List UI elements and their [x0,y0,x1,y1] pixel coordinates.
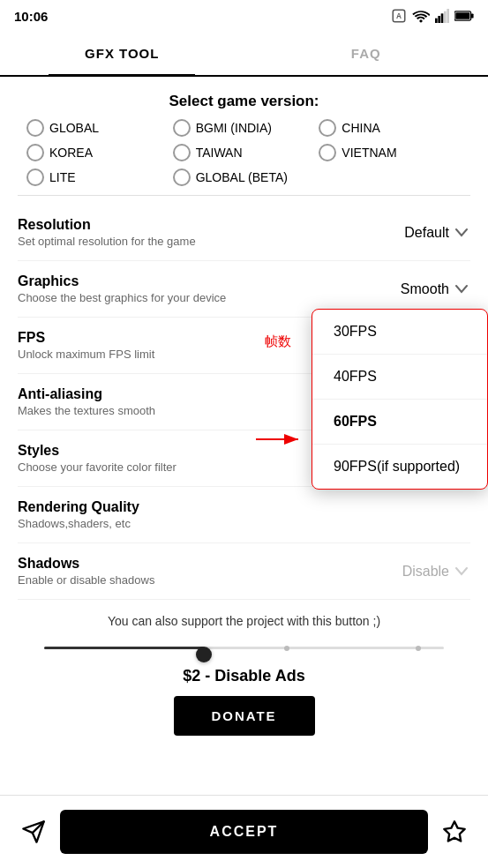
svg-marker-14 [444,821,464,841]
svg-rect-9 [455,12,469,19]
svg-rect-2 [435,19,438,23]
radio-bgmi [173,119,191,137]
radio-global [26,119,44,137]
svg-rect-4 [441,13,444,23]
status-bar: 10:06 A [0,0,488,32]
version-lite[interactable]: LITE [26,168,169,186]
slider-thumb[interactable] [196,647,212,662]
wifi-icon [412,9,430,23]
version-korea[interactable]: KOREA [26,144,169,161]
fps-option-90[interactable]: 90FPS(if supported) [312,445,487,489]
svg-rect-8 [471,13,474,18]
svg-text:A: A [396,12,402,20]
shadows-value: Disable [402,564,449,580]
version-global-beta[interactable]: GLOBAL (BETA) [173,168,462,186]
radio-taiwan [173,144,191,161]
donate-button[interactable]: DONATE [174,696,315,736]
resolution-label: Resolution Set optimal resolution for th… [18,217,364,248]
version-global[interactable]: GLOBAL [26,119,169,137]
tab-gfx-tool[interactable]: GFX TOOL [0,32,244,75]
fps-row: FPS Unlock maximum FPS limit 帧数 30FPS 40… [18,318,470,374]
accept-button[interactable]: ACCEPT [60,810,428,854]
svg-rect-3 [438,16,440,23]
slider-dot-1 [284,646,289,651]
version-bgmi[interactable]: BGMI (INDIA) [173,119,316,137]
fps-option-60[interactable]: 60FPS [312,400,487,445]
shadows-row: Shadows Enable or disable shadows Disabl… [18,543,470,600]
shadows-label: Shadows Enable or disable shadows [18,556,364,587]
fps-annotation: 帧数 [265,333,291,350]
disable-ads-text: $2 - Disable Ads [18,667,470,685]
radio-lite [26,168,44,186]
ads-slider[interactable] [44,639,444,656]
star-icon[interactable] [439,816,470,848]
signal-icon [435,9,449,23]
radio-global-beta [173,168,191,186]
graphics-control[interactable]: Smooth [364,281,470,298]
graphics-value: Smooth [401,281,449,297]
status-time: 10:06 [14,9,48,24]
version-china[interactable]: CHINA [319,119,462,137]
slider-fill [44,647,204,649]
slider-track [44,647,444,649]
support-text: You can also support the project with th… [18,614,470,628]
resolution-row: Resolution Set optimal resolution for th… [18,205,470,261]
version-options: GLOBAL BGMI (INDIA) CHINA KOREA TAIWAN V… [18,119,470,186]
rendering-label: Rendering Quality Shadows,shaders, etc [18,499,470,530]
graphics-chevron [453,281,470,298]
resolution-chevron [453,224,470,242]
fps-option-40[interactable]: 40FPS [312,355,487,400]
svg-rect-6 [447,9,449,23]
tab-faq[interactable]: FAQ [244,32,489,75]
android-icon: A [391,8,407,24]
radio-china [319,119,336,137]
game-version-title: Select game version: [18,77,470,119]
resolution-control[interactable]: Default [364,224,470,242]
shadows-control[interactable]: Disable [364,563,470,580]
battery-icon [454,9,474,23]
version-taiwan[interactable]: TAIWAN [173,144,316,161]
shadows-chevron [453,563,470,580]
resolution-value: Default [404,225,449,241]
radio-vietnam [319,144,336,161]
fps-option-30[interactable]: 30FPS [312,310,487,355]
status-icons: A [391,8,474,24]
svg-rect-5 [444,11,447,23]
top-nav: GFX TOOL FAQ [0,32,488,77]
bottom-bar: ACCEPT [0,795,488,868]
slider-dot-2 [416,646,421,651]
version-vietnam[interactable]: VIETNAM [319,144,462,161]
radio-korea [26,144,44,161]
rendering-row: Rendering Quality Shadows,shaders, etc [18,487,470,543]
fps-dropdown-popup[interactable]: 30FPS 40FPS 60FPS 90FPS(if supported) [312,309,488,490]
share-icon[interactable] [18,816,49,848]
graphics-label: Graphics Choose the best graphics for yo… [18,273,364,304]
main-content: Select game version: GLOBAL BGMI (INDIA)… [0,77,488,600]
